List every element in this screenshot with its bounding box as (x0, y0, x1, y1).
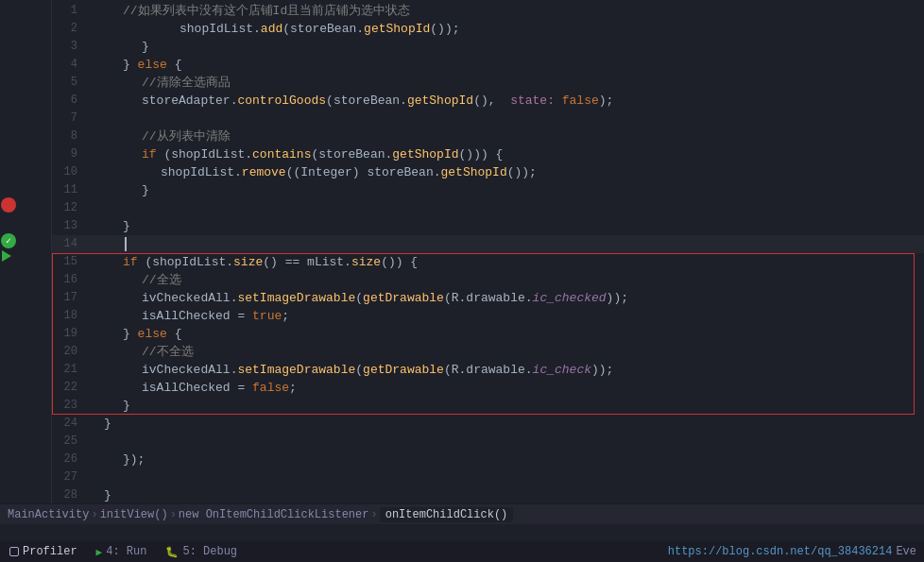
profiler-icon (9, 547, 19, 556)
code-line: 6 storeAdapter.controlGoods(storeBean.ge… (52, 92, 924, 110)
code-line: 3 } (52, 38, 924, 56)
code-line: 21 ivCheckedAll.setImageDrawable(getDraw… (52, 361, 924, 379)
breadcrumb-initview[interactable]: initView() (100, 508, 168, 521)
code-line: 9 if (shopIdList.contains(storeBean.getS… (52, 145, 924, 163)
code-line: 24 } (52, 415, 924, 433)
code-line: 14 (52, 235, 924, 253)
breadcrumb-onclick[interactable]: onItemChildClick() (380, 507, 514, 522)
status-left: Profiler ▶ 4: Run 🐛 5: Debug (0, 541, 247, 562)
code-line: 28 } (52, 486, 924, 504)
code-line: 11 } (52, 181, 924, 199)
breadcrumb-bar: MainActivity › initView() › new OnItemCh… (0, 503, 924, 524)
code-line: 20 //不全选 (52, 343, 924, 361)
debug-label: 5: Debug (182, 545, 237, 558)
eve-label: Eve (896, 545, 916, 558)
profiler-label: Profiler (23, 545, 77, 558)
status-right: https://blog.csdn.net/qq_38436214 Eve (668, 545, 924, 558)
breakpoint-gutter[interactable]: ✓ (0, 0, 19, 524)
code-line: 5 //清除全选商品 (52, 74, 924, 92)
code-line: 1 //如果列表中没有这个店铺Id且当前店铺为选中状态 (52, 2, 924, 20)
code-line: 13 } (52, 217, 924, 235)
code-line: 22 isAllChecked = false; (52, 379, 924, 397)
highlighted-block: 15 if (shopIdList.size() == mList.size()… (52, 253, 924, 415)
debug-icon: 🐛 (165, 546, 179, 558)
code-line: 18 isAllChecked = true; (52, 307, 924, 325)
breadcrumb-mainactivity[interactable]: MainActivity (8, 508, 89, 521)
run-button[interactable]: ▶ 4: Run (87, 541, 157, 562)
execution-arrow-icon (2, 250, 11, 262)
debug-check-icon: ✓ (1, 233, 16, 248)
code-line: 23 } (52, 397, 924, 415)
code-line: 8 //从列表中清除 (52, 128, 924, 145)
code-line: 2 shopIdList.add(storeBean.getShopId()); (52, 20, 924, 38)
url-link[interactable]: https://blog.csdn.net/qq_38436214 (668, 545, 893, 558)
code-line: 26 }); (52, 451, 924, 468)
breadcrumb-listener[interactable]: new OnItemChildClickListener (179, 508, 369, 521)
code-line: 17 ivCheckedAll.setImageDrawable(getDraw… (52, 289, 924, 307)
debug-button[interactable]: 🐛 5: Debug (156, 541, 247, 562)
code-line: 4 } else { (52, 56, 924, 74)
code-line: 27 (52, 468, 924, 486)
code-line: 7 (52, 110, 924, 128)
code-line: 16 //全选 (52, 271, 924, 289)
code-line: 15 if (shopIdList.size() == mList.size()… (52, 253, 924, 271)
run-icon: ▶ (96, 546, 103, 558)
code-line: 12 (52, 199, 924, 217)
run-label: 4: Run (106, 545, 146, 558)
breakpoint-icon[interactable] (1, 197, 16, 213)
status-bar: Profiler ▶ 4: Run 🐛 5: Debug https://blo… (0, 541, 924, 562)
code-line: 19 } else { (52, 325, 924, 343)
code-editor[interactable]: 1 //如果列表中没有这个店铺Id且当前店铺为选中状态 2 shopIdList… (0, 0, 924, 524)
code-content[interactable]: 1 //如果列表中没有这个店铺Id且当前店铺为选中状态 2 shopIdList… (52, 0, 924, 524)
profiler-button[interactable]: Profiler (0, 541, 87, 562)
code-line: 10 shopIdList.remove((Integer) storeBean… (52, 163, 924, 181)
code-line: 25 (52, 433, 924, 451)
